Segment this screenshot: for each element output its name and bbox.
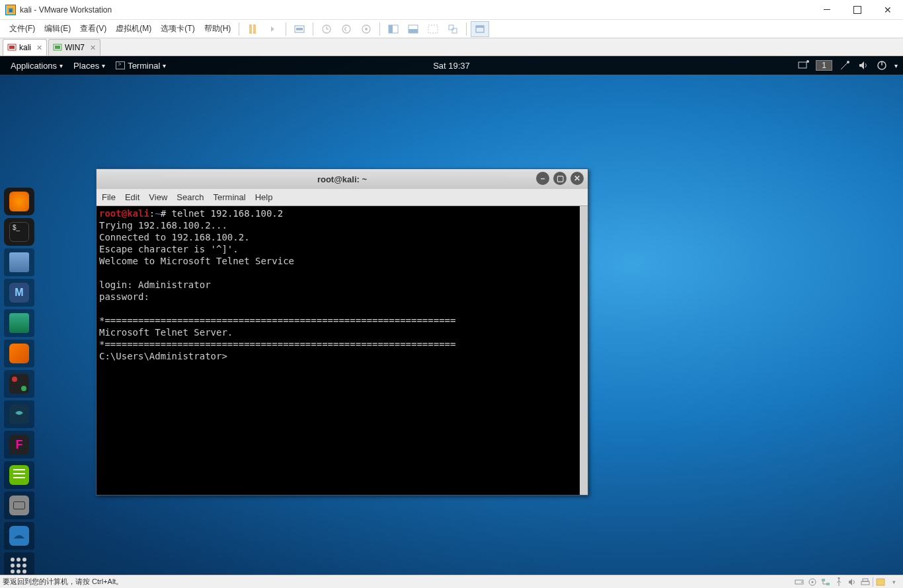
svg-rect-33	[877, 579, 884, 585]
vm-unity-icon[interactable]	[424, 21, 442, 37]
vm-power-dropdown[interactable]	[263, 21, 282, 37]
output-line	[99, 267, 585, 279]
dock-firefox[interactable]	[4, 188, 34, 215]
color-picker-icon[interactable]	[839, 59, 851, 71]
host-maximize-button[interactable]	[842, 0, 873, 20]
term-menu-edit[interactable]: Edit	[125, 192, 139, 202]
dock-armitage[interactable]	[4, 309, 34, 337]
svg-rect-16	[9, 46, 15, 49]
tab-label: WIN7	[65, 43, 85, 52]
command-text: telnet 192.168.100.2	[172, 208, 284, 219]
volume-icon[interactable]	[857, 59, 869, 71]
vm-running-icon	[53, 43, 62, 52]
tab-close-icon[interactable]: ✕	[36, 44, 42, 52]
kali-dock: $_ M F	[2, 185, 36, 575]
status-printer-icon[interactable]	[859, 577, 871, 587]
term-menu-help[interactable]: Help	[255, 192, 273, 202]
status-dropdown-icon[interactable]: ▾	[888, 577, 900, 587]
vm-tabs: kali ✕ WIN7 ✕	[0, 38, 903, 56]
svg-rect-7	[389, 25, 393, 33]
term-menu-view[interactable]: View	[149, 192, 167, 202]
terminal-close-button[interactable]: ✕	[570, 172, 584, 185]
workspace-indicator[interactable]: 1	[816, 60, 832, 71]
vm-tab-win7[interactable]: WIN7 ✕	[48, 39, 100, 55]
vm-revert-snapshot-icon[interactable]	[337, 21, 356, 37]
dock-show-apps[interactable]	[4, 552, 34, 575]
host-title: kali - VMware Workstation	[20, 5, 112, 15]
output-line	[99, 303, 585, 314]
terminal-maximize-button[interactable]: ▢	[553, 172, 567, 185]
applications-menu[interactable]: Applications ▾	[5, 61, 68, 71]
vm-tab-kali[interactable]: kali ✕	[3, 39, 47, 55]
prompt-path: ~	[155, 208, 160, 219]
menu-view[interactable]: 查看(V)	[76, 22, 110, 36]
dock-metasploit[interactable]: M	[4, 279, 34, 307]
vm-snapshot-icon[interactable]	[317, 21, 336, 37]
host-minimize-button[interactable]	[812, 0, 842, 20]
svg-rect-11	[449, 25, 453, 30]
status-cd-icon[interactable]	[806, 577, 818, 587]
svg-point-3	[342, 25, 350, 33]
menu-tabs[interactable]: 选项卡(T)	[157, 22, 198, 36]
terminal-label: Terminal	[128, 61, 160, 71]
output-line: login: Administrator	[99, 279, 585, 291]
svg-rect-12	[452, 28, 457, 33]
svg-rect-14	[476, 26, 484, 28]
dock-maltego[interactable]	[4, 370, 34, 398]
svg-rect-31	[863, 579, 868, 581]
status-sound-icon[interactable]	[846, 577, 858, 587]
svg-rect-10	[428, 25, 438, 33]
menu-vm[interactable]: 虚拟机(M)	[112, 22, 155, 36]
dock-terminal[interactable]: $_	[4, 218, 34, 246]
menu-help[interactable]: 帮助(H)	[200, 22, 235, 36]
svg-rect-9	[409, 29, 418, 33]
svg-point-5	[365, 28, 368, 30]
terminal-scrollbar[interactable]	[580, 206, 588, 495]
screencast-icon[interactable]	[797, 59, 809, 71]
power-icon[interactable]	[876, 59, 888, 71]
output-line: C:\Users\Administrator>	[99, 350, 585, 362]
status-text: 要返回到您的计算机，请按 Ctrl+Alt。	[3, 577, 123, 587]
places-menu[interactable]: Places ▾	[68, 61, 110, 71]
status-message-icon[interactable]	[875, 577, 886, 587]
terminal-content[interactable]: root@kali:~# telnet 192.168.100.2 Trying…	[97, 206, 588, 495]
vm-send-ctrl-alt-del-icon[interactable]	[290, 21, 309, 37]
vm-console-icon[interactable]	[444, 21, 462, 37]
output-line: *=======================================…	[99, 314, 585, 326]
dock-faraday[interactable]: F	[4, 431, 34, 459]
host-titlebar: ▣ kali - VMware Workstation ✕	[0, 0, 903, 20]
vm-pause-button[interactable]	[243, 21, 262, 37]
guest-viewport: Applications ▾ Places ▾ Terminal ▾ Sat 1…	[0, 56, 903, 575]
status-network-icon[interactable]	[820, 577, 832, 587]
vm-fullscreen-icon[interactable]	[471, 21, 489, 37]
panel-clock[interactable]: Sat 19:37	[433, 61, 470, 71]
dock-xterm[interactable]	[4, 492, 34, 519]
term-menu-file[interactable]: File	[102, 192, 116, 202]
term-menu-terminal[interactable]: Terminal	[214, 192, 246, 202]
menu-file[interactable]: 文件(F)	[5, 22, 39, 36]
tab-label: kali	[19, 43, 31, 52]
term-menu-search[interactable]: Search	[177, 192, 204, 202]
dock-burpsuite[interactable]	[4, 340, 34, 367]
dock-wireshark[interactable]	[4, 522, 34, 550]
svg-point-27	[812, 581, 814, 583]
dock-beef[interactable]	[4, 400, 34, 428]
terminal-menubar: File Edit View Search Terminal Help	[97, 189, 588, 206]
dock-files[interactable]	[4, 248, 34, 276]
vm-stretch-icon[interactable]	[404, 21, 422, 37]
vm-snapshot-manager-icon[interactable]	[357, 21, 375, 37]
status-usb-icon[interactable]	[833, 577, 845, 587]
terminal-app-menu[interactable]: Terminal ▾	[110, 61, 171, 71]
output-line: Trying 192.168.100.2...	[99, 219, 585, 231]
terminal-titlebar[interactable]: root@kali: ~ – ▢ ✕	[97, 169, 588, 189]
prompt-user: root@kali	[99, 208, 149, 219]
menu-edit[interactable]: 编辑(E)	[40, 22, 75, 36]
dock-leafpad[interactable]	[4, 461, 34, 489]
vm-fit-guest-icon[interactable]	[384, 21, 403, 37]
status-hdd-icon[interactable]	[793, 577, 805, 587]
host-close-button[interactable]: ✕	[873, 0, 903, 20]
tab-close-icon[interactable]: ✕	[90, 44, 96, 52]
chevron-down-icon: ▾	[59, 62, 63, 69]
terminal-minimize-button[interactable]: –	[536, 172, 549, 185]
places-label: Places	[73, 61, 99, 71]
